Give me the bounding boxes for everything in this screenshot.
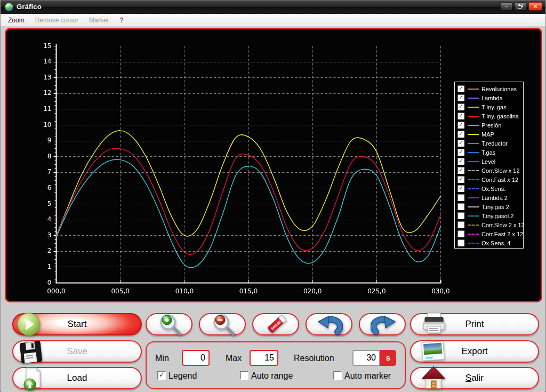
legend-item-checkbox[interactable]: ✓	[457, 140, 464, 147]
legend-item: T.iny.gas 2	[457, 202, 523, 211]
exit-button[interactable]: Salir	[410, 367, 539, 389]
resolution-input[interactable]	[352, 350, 380, 366]
legend-item: ✓Revoluciones	[457, 84, 523, 93]
export-button[interactable]: .bmp Export	[410, 340, 539, 363]
export-icon-caption: .bmp	[425, 355, 433, 360]
auto-range-label: Auto range	[251, 371, 293, 381]
legend-item-checkbox[interactable]	[457, 212, 464, 219]
legend-item: ✓MAP	[457, 130, 523, 139]
legend-item-label: Lambda	[481, 95, 503, 101]
legend-item-checkbox[interactable]: ✓	[457, 103, 464, 110]
legend-item: ✓Corr.Slow x 12	[457, 166, 523, 175]
legend-item: ✓T.reductor	[457, 139, 523, 148]
legend-item-checkbox[interactable]: ✓	[457, 85, 464, 92]
legend-item-checkbox[interactable]: ✓	[457, 94, 464, 101]
legend-item: ✓Corr.Fast x 12	[457, 175, 523, 184]
legend-item: ✓Ox.Sens.	[457, 184, 523, 193]
legend-line-sample	[468, 243, 479, 244]
resolution-label: Resolution	[294, 354, 334, 363]
legend-item-checkbox[interactable]: ✓	[457, 158, 464, 165]
legend-item: Corr.Slow 2 x 12	[457, 220, 523, 229]
legend-line-sample	[468, 215, 479, 217]
legend-line-sample	[468, 125, 479, 126]
auto-range-checkbox[interactable]	[240, 371, 248, 380]
start-button[interactable]: Start	[12, 313, 142, 335]
redo-button[interactable]	[359, 313, 406, 335]
legend-item: ✓T iny. gas	[457, 102, 523, 111]
legend-line-sample	[468, 161, 479, 162]
zoom-out-button[interactable]	[199, 313, 246, 335]
legend-item-label: T.reductor	[481, 140, 508, 147]
legend-item-label: Corr.Fast x 12	[481, 177, 518, 183]
auto-marker-label: Auto marker	[344, 371, 391, 381]
load-button[interactable]: Load	[12, 367, 142, 389]
legend-line-sample	[468, 107, 479, 108]
legend-line-sample	[468, 134, 479, 135]
window-title: Gráfico	[17, 3, 42, 11]
eraser-icon: ERASE	[263, 310, 291, 338]
exit-label: Salir	[465, 373, 484, 383]
title-bar: Gráfico – ✕	[1, 0, 545, 14]
legend-line-sample	[468, 197, 479, 198]
legend-item: T.iny.gasol.2	[457, 211, 523, 220]
zoom-out-icon	[212, 313, 236, 337]
legend-item-label: Corr.Slow 2 x 12	[481, 222, 525, 228]
legend-checkbox[interactable]: ✓	[157, 371, 166, 380]
legend-line-sample	[468, 152, 479, 153]
legend-item-label: Ox.Sens. 4	[481, 240, 510, 246]
legend-item-checkbox[interactable]: ✓	[457, 149, 464, 156]
legend-item-checkbox[interactable]	[457, 194, 464, 201]
menu-help[interactable]: ?	[114, 15, 129, 26]
legend-line-sample	[468, 89, 479, 90]
legend-item-checkbox[interactable]	[457, 239, 464, 246]
export-label: Export	[461, 346, 487, 357]
legend-item-label: MAP	[481, 131, 494, 138]
save-button[interactable]: Save	[12, 340, 142, 363]
menu-zoom[interactable]: Zoom	[3, 15, 30, 26]
legend-item-label: Revoluciones	[481, 86, 517, 92]
menu-marker[interactable]: Marker	[84, 15, 114, 26]
auto-marker-checkbox[interactable]	[333, 371, 342, 380]
legend-item-checkbox[interactable]: ✓	[457, 113, 464, 119]
legend-item-label: Lambda 2	[481, 195, 508, 201]
export-image-icon: .bmp	[420, 338, 446, 365]
max-input[interactable]	[250, 350, 278, 366]
load-label: Load	[67, 373, 87, 383]
print-button[interactable]: Print	[410, 313, 539, 335]
legend-item-checkbox[interactable]	[457, 230, 464, 237]
legend-item: Ox.Sens. 4	[457, 238, 523, 247]
start-label: Start	[68, 319, 87, 330]
zoom-in-button[interactable]	[146, 313, 192, 335]
eraser-button[interactable]: ERASE	[252, 313, 299, 335]
legend-line-sample	[468, 98, 479, 99]
min-label: Min	[155, 354, 169, 363]
close-button[interactable]: ✕	[528, 2, 542, 11]
home-icon	[421, 365, 446, 391]
redo-icon	[371, 315, 396, 336]
legend-item: Corr.Fast 2 x 12	[457, 229, 523, 238]
load-icon	[21, 367, 44, 391]
legend-line-sample	[468, 170, 479, 171]
legend-item-label: Level	[481, 158, 495, 165]
legend-item-checkbox[interactable]	[457, 221, 464, 228]
legend-item-checkbox[interactable]: ✓	[457, 122, 464, 129]
chart-legend: ✓Revoluciones✓Lambda✓T iny. gas✓T iny. g…	[454, 82, 524, 249]
legend-item: ✓Presión	[457, 121, 523, 130]
legend-item-checkbox[interactable]: ✓	[457, 185, 464, 192]
legend-item-checkbox[interactable]: ✓	[457, 131, 464, 138]
legend-line-sample	[468, 179, 479, 180]
legend-item-label: T.iny.gasol.2	[481, 213, 513, 219]
legend-item-checkbox[interactable]: ✓	[457, 176, 464, 183]
minimize-button[interactable]: –	[501, 2, 512, 11]
legend-item-checkbox[interactable]: ✓	[457, 167, 464, 174]
undo-icon	[317, 315, 343, 336]
undo-button[interactable]	[306, 313, 352, 335]
menu-remove-cursor[interactable]: Remove cursor	[30, 15, 84, 26]
control-bar: Start Save	[1, 302, 545, 392]
legend-item-checkbox[interactable]	[457, 203, 464, 210]
min-input[interactable]	[182, 350, 210, 366]
save-label: Save	[67, 346, 87, 357]
legend-item-label: Corr.Fast 2 x 12	[481, 231, 523, 237]
maximize-button[interactable]	[515, 2, 526, 11]
legend-line-sample	[468, 206, 479, 207]
